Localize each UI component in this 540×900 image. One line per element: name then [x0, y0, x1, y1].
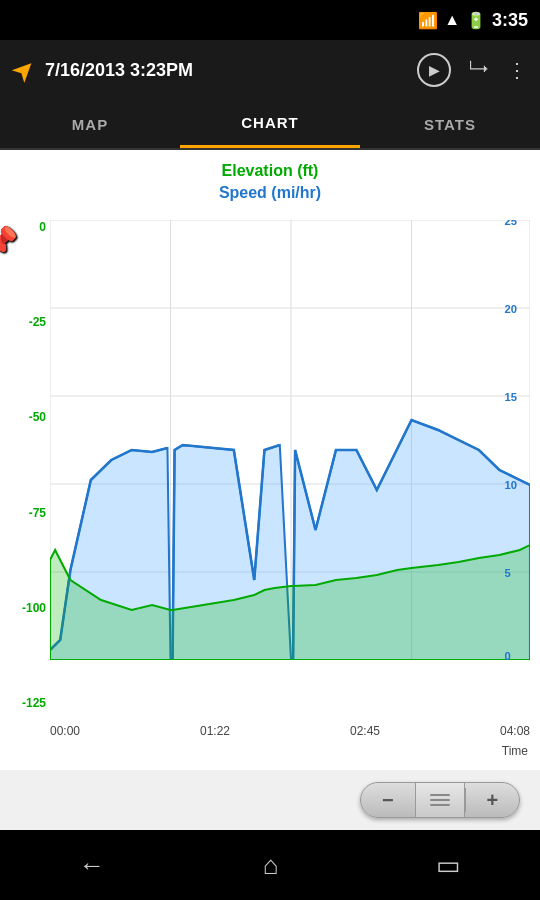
- y-label-50: -50: [29, 410, 46, 424]
- top-bar: ➤ 7/16/2013 3:23PM ▶ ⮡ ⋮: [0, 40, 540, 100]
- y-label-100: -100: [22, 601, 46, 615]
- status-time: 3:35: [492, 10, 528, 31]
- battery-icon: 🔋: [466, 11, 486, 30]
- y-label-125: -125: [22, 696, 46, 710]
- svg-text:20: 20: [504, 303, 516, 315]
- zoom-plus-button[interactable]: +: [466, 789, 520, 812]
- y-axis-elevation: 0 -25 -50 -75 -100 -125: [0, 220, 50, 710]
- top-bar-actions: ▶ ⮡ ⋮: [417, 53, 528, 87]
- zoom-minus-button[interactable]: −: [361, 789, 415, 812]
- tab-bar: MAP CHART STATS: [0, 100, 540, 150]
- wifi-icon: 📶: [418, 11, 438, 30]
- x-label-1: 01:22: [200, 724, 230, 738]
- y-label-0: 0: [39, 220, 46, 234]
- chart-container: Elevation (ft) Speed (mi/hr) 0 -25 -50 -…: [0, 150, 540, 770]
- x-axis-time-label: Time: [502, 744, 528, 758]
- signal-icon: ▲: [444, 11, 460, 29]
- back-button[interactable]: ←: [79, 850, 105, 881]
- svg-text:15: 15: [504, 391, 516, 403]
- arrow-icon: ➤: [4, 50, 44, 90]
- svg-text:5: 5: [504, 567, 510, 579]
- speed-legend: Speed (mi/hr): [0, 182, 540, 204]
- svg-text:10: 10: [504, 479, 516, 491]
- status-icons: 📶 ▲ 🔋 3:35: [418, 10, 528, 31]
- grip-line-2: [430, 799, 450, 801]
- tab-map[interactable]: MAP: [0, 100, 180, 148]
- grip-line-1: [430, 794, 450, 796]
- recording-title: 7/16/2013 3:23PM: [45, 60, 407, 81]
- x-label-0: 00:00: [50, 724, 80, 738]
- x-label-3: 04:08: [500, 724, 530, 738]
- zoom-bar: − +: [0, 770, 540, 830]
- play-button[interactable]: ▶: [417, 53, 451, 87]
- y-label-25: -25: [29, 315, 46, 329]
- zoom-handle-grip: [430, 794, 450, 806]
- elevation-legend: Elevation (ft): [0, 160, 540, 182]
- zoom-control[interactable]: − +: [360, 782, 520, 818]
- bottom-nav: ← ⌂ ▭: [0, 830, 540, 900]
- svg-text:25: 25: [504, 220, 516, 227]
- grip-line-3: [430, 804, 450, 806]
- tab-chart[interactable]: CHART: [180, 100, 360, 148]
- home-button[interactable]: ⌂: [263, 850, 279, 881]
- status-bar: 📶 ▲ 🔋 3:35: [0, 0, 540, 40]
- tab-stats[interactable]: STATS: [360, 100, 540, 148]
- chart-legend: Elevation (ft) Speed (mi/hr): [0, 150, 540, 205]
- share-icon[interactable]: ⮡: [469, 59, 489, 82]
- zoom-handle[interactable]: [415, 782, 465, 818]
- x-axis-labels: 00:00 01:22 02:45 04:08: [50, 724, 530, 738]
- pin-5: 📌: [0, 225, 18, 258]
- svg-text:0: 0: [504, 650, 510, 660]
- y-label-75: -75: [29, 506, 46, 520]
- recent-apps-button[interactable]: ▭: [436, 850, 461, 881]
- chart-svg: 25 20 15 10 5 0: [50, 220, 530, 660]
- x-label-2: 02:45: [350, 724, 380, 738]
- more-options-icon[interactable]: ⋮: [507, 58, 528, 82]
